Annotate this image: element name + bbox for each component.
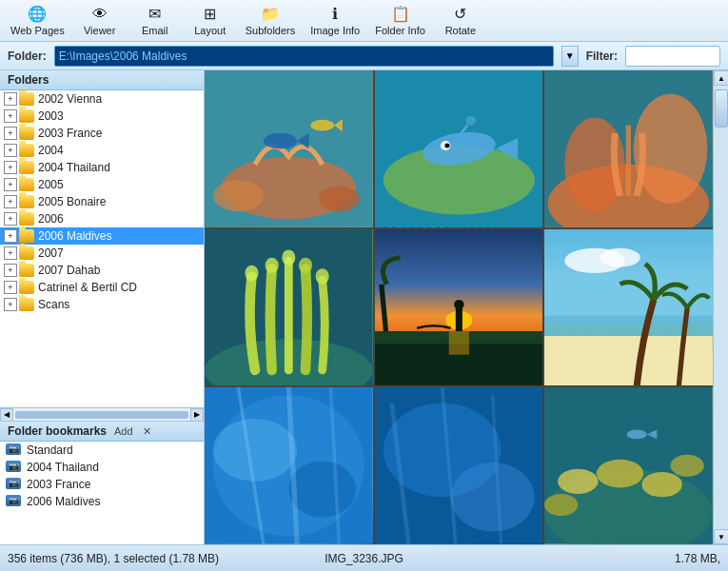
grid-cell-img6[interactable] bbox=[544, 229, 713, 386]
folders-header: Folders bbox=[0, 70, 204, 90]
tree-item-2007-dahab[interactable]: + 2007 Dahab bbox=[0, 262, 204, 279]
layout-icon: ⊞ bbox=[200, 5, 221, 23]
expand-btn-2007-dahab[interactable]: + bbox=[4, 264, 17, 277]
expand-btn-2005-bonaire[interactable]: + bbox=[4, 195, 17, 208]
expand-btn-2004[interactable]: + bbox=[4, 144, 17, 157]
bookmark-item-2004-thailand[interactable]: 2004 Thailand bbox=[0, 459, 204, 476]
folder-input[interactable] bbox=[54, 46, 554, 67]
bookmarks-list[interactable]: Standard 2004 Thailand 2003 France 2006 … bbox=[0, 442, 204, 544]
tree-item-2007[interactable]: + 2007 bbox=[0, 245, 204, 262]
image-grid bbox=[205, 70, 713, 544]
grid-cell-img2[interactable] bbox=[375, 70, 543, 227]
svg-point-42 bbox=[213, 419, 297, 482]
tree-item-2003[interactable]: + 2003 bbox=[0, 108, 204, 125]
tree-item-2004-thailand[interactable]: + 2004 Thailand bbox=[0, 159, 204, 176]
scroll-down-btn[interactable]: ▼ bbox=[714, 529, 728, 544]
bm-label-2004-thailand: 2004 Thailand bbox=[27, 461, 99, 474]
grid-cell-img9[interactable] bbox=[544, 387, 713, 544]
folder-tree[interactable]: + 2002 Vienna + 2003 + 2003 France + 200… bbox=[0, 90, 204, 407]
bookmarks-title: Folder bookmarks bbox=[8, 424, 107, 438]
expand-btn-catrinel[interactable]: + bbox=[4, 281, 17, 294]
expand-btn-2007[interactable]: + bbox=[4, 246, 17, 260]
bm-label-2006-maldives: 2006 Maldives bbox=[27, 495, 100, 508]
grid-cell-img3[interactable] bbox=[544, 70, 713, 227]
toolbar-btn-subfolders[interactable]: 📁Subfolders bbox=[239, 2, 303, 39]
bookmark-item-2003-france[interactable]: 2003 France bbox=[0, 476, 204, 493]
folder-icon-2006 bbox=[19, 212, 34, 226]
svg-rect-39 bbox=[544, 336, 713, 386]
folder-icon-2002-vienna bbox=[19, 92, 34, 106]
expand-btn-2003[interactable]: + bbox=[4, 109, 17, 123]
bookmarks-add-btn[interactable]: Add bbox=[112, 425, 135, 437]
email-icon: ✉ bbox=[145, 5, 166, 23]
filter-input[interactable] bbox=[625, 46, 720, 67]
tree-item-2003-france[interactable]: + 2003 France bbox=[0, 125, 204, 142]
tree-item-scans[interactable]: + Scans bbox=[0, 296, 204, 313]
toolbar: 🌐Web Pages👁Viewer✉Email⊞Layout📁Subfolder… bbox=[0, 0, 728, 42]
scroll-thumb[interactable] bbox=[715, 89, 728, 128]
status-mid: IMG_3236.JPG bbox=[246, 552, 483, 565]
image-info-label: Image Info bbox=[310, 25, 360, 36]
toolbar-btn-rotate[interactable]: ↺Rotate bbox=[434, 2, 487, 39]
svg-point-4 bbox=[264, 133, 297, 148]
bookmarks-header: Folder bookmarks Add ✕ bbox=[0, 422, 204, 442]
expand-btn-2003-france[interactable]: + bbox=[4, 127, 17, 140]
toolbar-btn-image-info[interactable]: ℹImage Info bbox=[304, 2, 366, 39]
hscroll-left-btn[interactable]: ◀ bbox=[0, 408, 13, 422]
expand-btn-scans[interactable]: + bbox=[4, 298, 17, 311]
tree-item-2004[interactable]: + 2004 bbox=[0, 142, 204, 159]
svg-point-3 bbox=[319, 187, 359, 211]
bookmark-item-2006-maldives[interactable]: 2006 Maldives bbox=[0, 493, 204, 510]
scroll-track[interactable] bbox=[714, 86, 728, 529]
tree-item-2002-vienna[interactable]: + 2002 Vienna bbox=[0, 90, 204, 108]
hscroll-right-btn[interactable]: ▶ bbox=[190, 408, 204, 422]
svg-point-43 bbox=[288, 462, 356, 518]
toolbar-btn-email[interactable]: ✉Email bbox=[128, 2, 182, 39]
folder-dropdown-btn[interactable]: ▼ bbox=[561, 46, 579, 67]
grid-cell-img4[interactable] bbox=[205, 229, 373, 386]
viewer-label: Viewer bbox=[84, 25, 115, 36]
grid-cell-img7[interactable] bbox=[205, 387, 373, 544]
status-bar: 356 items (736 MB), 1 selected (1.78 MB)… bbox=[0, 544, 728, 571]
toolbar-btn-folder-info[interactable]: 📋Folder Info bbox=[368, 2, 432, 39]
expand-btn-2006[interactable]: + bbox=[4, 212, 17, 226]
main-layout: Folders + 2002 Vienna + 2003 + 2003 Fran… bbox=[0, 70, 728, 544]
grid-cell-img1[interactable] bbox=[205, 70, 373, 227]
grid-cell-img8[interactable] bbox=[375, 387, 543, 544]
scroll-up-btn[interactable]: ▲ bbox=[714, 70, 728, 86]
tree-label-2004: 2004 bbox=[38, 144, 64, 157]
tree-label-2005-bonaire: 2005 Bonaire bbox=[38, 195, 106, 208]
svg-rect-31 bbox=[448, 331, 468, 355]
toolbar-btn-web-pages[interactable]: 🌐Web Pages bbox=[4, 2, 71, 39]
tree-item-2005[interactable]: + 2005 bbox=[0, 176, 204, 193]
folder-icon-2007 bbox=[19, 246, 34, 260]
folder-info-label: Folder Info bbox=[375, 25, 425, 36]
content-scrollbar[interactable]: ▲ ▼ bbox=[713, 70, 728, 544]
tree-label-2005: 2005 bbox=[38, 178, 64, 191]
svg-point-49 bbox=[558, 469, 598, 494]
folder-info-icon: 📋 bbox=[390, 5, 411, 23]
toolbar-btn-layout[interactable]: ⊞Layout bbox=[184, 2, 237, 39]
bookmarks-close-btn[interactable]: ✕ bbox=[141, 425, 153, 438]
viewer-icon: 👁 bbox=[89, 5, 110, 23]
folder-label: Folder: bbox=[8, 49, 47, 63]
folder-bar: Folder: ▼ Filter: bbox=[0, 42, 728, 70]
tree-item-catrinel[interactable]: + Catrinel & Bertil CD bbox=[0, 279, 204, 296]
expand-btn-2002-vienna[interactable]: + bbox=[4, 92, 17, 106]
folder-icon-2006-maldives bbox=[19, 229, 34, 243]
tree-item-2006[interactable]: + 2006 bbox=[0, 210, 204, 227]
bookmark-item-standard[interactable]: Standard bbox=[0, 442, 204, 459]
tree-item-2006-maldives[interactable]: + 2006 Maldives bbox=[0, 227, 204, 245]
tree-label-2002-vienna: 2002 Vienna bbox=[38, 92, 102, 106]
grid-cell-img5[interactable] bbox=[375, 229, 543, 386]
expand-btn-2006-maldives[interactable]: + bbox=[4, 229, 17, 243]
hscroll-thumb bbox=[15, 411, 188, 419]
tree-label-2004-thailand: 2004 Thailand bbox=[38, 161, 110, 174]
tree-item-2005-bonaire[interactable]: + 2005 Bonaire bbox=[0, 193, 204, 210]
toolbar-btn-viewer[interactable]: 👁Viewer bbox=[73, 2, 127, 39]
expand-btn-2005[interactable]: + bbox=[4, 178, 17, 191]
subfolders-label: Subfolders bbox=[246, 25, 296, 36]
expand-btn-2004-thailand[interactable]: + bbox=[4, 161, 17, 174]
folder-icon-2004-thailand bbox=[19, 161, 34, 174]
svg-point-50 bbox=[597, 460, 643, 488]
